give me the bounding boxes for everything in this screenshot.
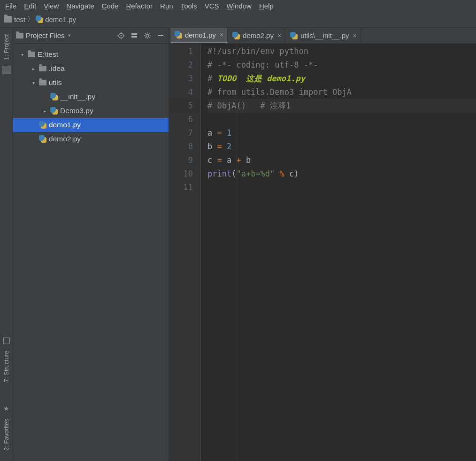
- code-line-7[interactable]: a = 1: [207, 126, 476, 140]
- tree-item-demo1-py[interactable]: demo1.py: [13, 118, 169, 132]
- close-icon[interactable]: ×: [277, 32, 281, 39]
- menu-edit[interactable]: Edit: [21, 1, 39, 11]
- tree-item-label: Demo3.py: [60, 107, 93, 115]
- line-number[interactable]: 8: [169, 140, 200, 154]
- python-file-icon: [36, 15, 43, 23]
- code-line-9[interactable]: c = a + b: [207, 154, 476, 167]
- line-number[interactable]: 2: [169, 58, 200, 72]
- chevron-down-icon[interactable]: ▾: [19, 51, 25, 58]
- svg-line-13: [145, 33, 146, 34]
- menu-code[interactable]: Code: [99, 1, 122, 11]
- line-number[interactable]: 11: [169, 181, 200, 194]
- line-number[interactable]: 6: [169, 113, 200, 126]
- chevron-right-icon[interactable]: ▸: [41, 108, 48, 114]
- locate-button[interactable]: [116, 31, 126, 41]
- tree-item-label: demo1.py: [49, 121, 81, 129]
- hide-button[interactable]: [155, 31, 166, 41]
- line-number[interactable]: 9: [169, 154, 200, 167]
- tree-item-label: utils: [49, 78, 62, 87]
- line-number[interactable]: 10: [169, 167, 200, 181]
- caret-empty: [41, 93, 48, 100]
- tab-label: demo1.py: [185, 31, 216, 39]
- tree-item-utils[interactable]: ▾utils: [13, 76, 169, 90]
- close-icon[interactable]: ×: [220, 31, 223, 38]
- sidebar-title[interactable]: Project Files ▾: [16, 31, 113, 39]
- svg-point-8: [146, 34, 149, 37]
- svg-line-14: [149, 37, 150, 38]
- svg-point-1: [121, 35, 122, 36]
- menu-refactor[interactable]: Refactor: [123, 1, 156, 11]
- tab-demo2-py[interactable]: demo2.py×: [229, 28, 285, 43]
- caret-empty: [30, 136, 37, 142]
- breadcrumb-label: demo1.py: [45, 15, 76, 23]
- editor-area: demo1.py×demo2.py×utils\__init__.py× 123…: [169, 28, 476, 461]
- caret-empty: [30, 122, 37, 128]
- tree-item-label: demo2.py: [49, 135, 81, 143]
- code-canvas[interactable]: #!/usr/bin/env python# -*- coding: utf-8…: [201, 44, 476, 461]
- code-line-2[interactable]: # -*- coding: utf-8 -*-: [207, 58, 476, 72]
- line-number[interactable]: 3: [169, 72, 200, 85]
- menu-view[interactable]: View: [40, 1, 62, 11]
- tree-item-__init__-py[interactable]: __init__.py: [13, 90, 169, 104]
- project-tree[interactable]: ▾E:\test▸.idea▾utils__init__.py▸Demo3.py…: [13, 44, 169, 461]
- toolstrip-favorites[interactable]: 2: Favorites: [3, 415, 10, 454]
- menu-help[interactable]: Help: [256, 1, 277, 11]
- breadcrumb-test[interactable]: test: [4, 15, 25, 23]
- python-file-icon: [175, 31, 182, 38]
- svg-rect-7: [131, 36, 137, 38]
- code-line-8[interactable]: b = 2: [207, 140, 476, 154]
- svg-rect-17: [158, 35, 163, 36]
- tree-item-Demo3-py[interactable]: ▸Demo3.py: [13, 104, 169, 118]
- project-sidebar: Project Files ▾ ▾E:\test▸.idea▾utils__in…: [13, 28, 169, 461]
- code-line-11[interactable]: [207, 181, 476, 194]
- star-icon: ★: [3, 405, 9, 412]
- menu-file[interactable]: File: [2, 1, 20, 11]
- menu-bar: FileEditViewNavigateCodeRefactorRunTools…: [0, 0, 476, 11]
- chevron-down-icon[interactable]: ▾: [30, 79, 37, 86]
- chevron-down-icon: ▾: [68, 32, 71, 38]
- menu-run[interactable]: Run: [157, 1, 177, 11]
- folder-icon: [4, 16, 12, 23]
- breadcrumb-demo1-py[interactable]: demo1.py: [36, 15, 76, 23]
- python-file-icon: [38, 135, 47, 143]
- folder-icon: [27, 52, 36, 57]
- tree-item-E-test[interactable]: ▾E:\test: [13, 47, 169, 61]
- chevron-right-icon[interactable]: ▸: [30, 65, 37, 72]
- tab-label: demo2.py: [243, 31, 274, 39]
- tab-demo1-py[interactable]: demo1.py×: [171, 28, 228, 43]
- close-icon[interactable]: ×: [353, 32, 357, 39]
- collapse-button[interactable]: [129, 31, 139, 41]
- tab-utils-__init__-py[interactable]: utils\__init__.py×: [286, 28, 361, 43]
- breadcrumb-label: test: [14, 15, 25, 23]
- code-line-10[interactable]: print("a+b=%d" % c): [207, 167, 476, 181]
- toolstrip-project[interactable]: 1: Project: [3, 31, 10, 64]
- indent-guide: [237, 44, 237, 461]
- python-file-icon: [50, 107, 58, 115]
- left-tool-strip: 1: Project 7: Structure ★ 2: Favorites: [0, 28, 13, 461]
- menu-tools[interactable]: Tools: [177, 1, 200, 11]
- code-line-4[interactable]: # from utils.Demo3 import ObjA: [207, 85, 476, 99]
- code-line-3[interactable]: # TODO 这是 demo1.py: [207, 72, 476, 85]
- main-content: 1: Project 7: Structure ★ 2: Favorites P: [0, 27, 476, 461]
- menu-window[interactable]: Window: [223, 1, 255, 11]
- line-number[interactable]: 4: [169, 85, 200, 99]
- svg-line-15: [145, 37, 146, 38]
- folder-icon: [16, 33, 23, 38]
- toolstrip-project-icon: [2, 66, 11, 74]
- code-line-5[interactable]: # ObjA() # 注释1: [207, 99, 476, 113]
- editor-tabs: demo1.py×demo2.py×utils\__init__.py×: [169, 28, 476, 44]
- line-number[interactable]: 7: [169, 126, 200, 140]
- tree-item--idea[interactable]: ▸.idea: [13, 61, 169, 76]
- gutter[interactable]: 1234567891011: [169, 44, 201, 461]
- python-file-icon: [38, 121, 47, 129]
- svg-line-16: [149, 33, 150, 34]
- tree-item-demo2-py[interactable]: demo2.py: [13, 132, 169, 146]
- code-line-6[interactable]: [207, 113, 476, 126]
- line-number[interactable]: 5: [169, 99, 200, 113]
- line-number[interactable]: 1: [169, 45, 200, 58]
- menu-vcs[interactable]: VCS: [201, 1, 223, 11]
- code-line-1[interactable]: #!/usr/bin/env python: [207, 45, 476, 58]
- toolstrip-structure[interactable]: 7: Structure: [3, 347, 10, 386]
- settings-button[interactable]: [142, 31, 153, 41]
- menu-navigate[interactable]: Navigate: [63, 1, 97, 11]
